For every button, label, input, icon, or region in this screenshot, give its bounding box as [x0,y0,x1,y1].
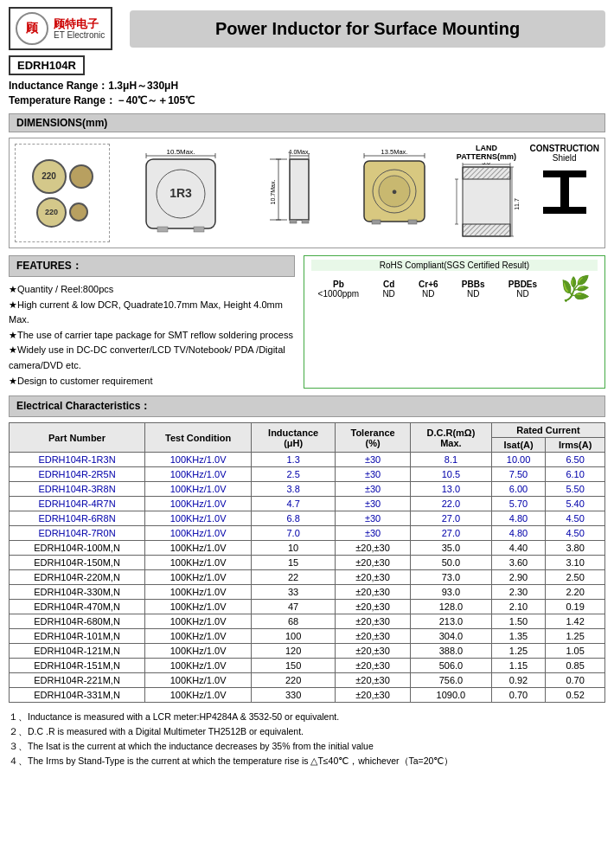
cell-irms: 0.19 [546,600,605,614]
table-row: EDRH104R-101M,N100KHz/1.0V100±20,±30304.… [10,629,605,644]
table-row: EDRH104R-470M,N100KHz/1.0V47±20,±30128.0… [10,600,605,614]
cell-dcr: 128.0 [411,600,492,614]
table-row: EDRH104R-2R5N100KHz/1.0V2.5±3010.57.506.… [10,467,605,482]
cell-isat: 2.90 [491,570,545,585]
cell-isat: 1.35 [491,629,545,644]
svg-text:3.6: 3.6 [482,163,490,165]
cell-part: EDRH104R-680M,N [10,614,145,629]
note-item: ４、The Irms by Stand-Type is the current … [9,754,605,768]
svg-rect-20 [290,220,297,223]
cell-dcr: 22.0 [411,497,492,511]
cell-irms: 3.10 [546,556,605,570]
cell-tol: ±20,±30 [336,556,411,570]
cell-irms: 1.42 [546,614,605,629]
cell-irms: 4.50 [546,526,605,541]
inductor-side-view2 [69,203,88,222]
svg-text:13.5Max.: 13.5Max. [381,149,407,156]
features-header: FEATURES： [9,255,295,277]
cell-part: EDRH104R-100M,N [10,541,145,556]
cell-ind: 47 [252,600,336,614]
cell-ind: 1.3 [252,453,336,467]
cell-dcr: 35.0 [411,541,492,556]
note-item: ３、The Isat is the current at which the i… [9,739,605,754]
cell-part: EDRH104R-101M,N [10,629,145,644]
cell-ind: 7.0 [252,526,336,541]
cell-dcr: 756.0 [411,673,492,688]
col-inductance: Inductance(μH) [252,423,336,453]
cell-tol: ±20,±30 [336,644,411,659]
cell-irms: 2.20 [546,585,605,600]
cell-ind: 330 [252,688,336,703]
notes: １、Inductance is measured with a LCR mete… [9,710,605,768]
cell-dcr: 1090.0 [411,688,492,703]
cell-isat: 1.50 [491,614,545,629]
construction-symbol-svg [539,166,591,218]
cell-irms: 6.10 [546,467,605,482]
cell-isat: 10.00 [491,453,545,467]
features-section: FEATURES： ★Quantity / Reel:800pcs★High c… [9,255,605,389]
cell-cond: 100KHz/1.0V [145,600,252,614]
cell-ind: 10 [252,541,336,556]
svg-rect-7 [157,227,168,232]
land-pattern-svg: 3.6 11.7 7.3 1.7 [454,163,519,241]
construction-symbol [529,166,599,224]
cell-dcr: 93.0 [411,585,492,600]
cell-ind: 120 [252,644,336,659]
dimensions-header: DIMENSIONS(mm) [9,113,605,132]
cell-part: EDRH104R-330M,N [10,585,145,600]
cell-tol: ±20,±30 [336,585,411,600]
cell-tol: ±30 [336,497,411,511]
cell-isat: 2.10 [491,600,545,614]
col-part-number: Part Number [10,423,145,453]
cell-dcr: 13.0 [411,482,492,497]
svg-rect-51 [543,207,586,214]
svg-rect-33 [463,167,510,179]
cell-irms: 0.85 [546,659,605,673]
cell-irms: 3.80 [546,541,605,556]
cell-part: EDRH104R-331M,N [10,688,145,703]
cell-cond: 100KHz/1.0V [145,614,252,629]
cell-tol: ±20,±30 [336,673,411,688]
cell-isat: 4.40 [491,541,545,556]
table-row: EDRH104R-3R8N100KHz/1.0V3.8±3013.06.005.… [10,482,605,497]
component-photos: 220 220 [15,144,110,242]
inductor-side-view [69,164,93,189]
cell-part: EDRH104R-2R5N [10,467,145,482]
cell-part: EDRH104R-221M,N [10,673,145,688]
cell-ind: 15 [252,556,336,570]
cell-cond: 100KHz/1.0V [145,673,252,688]
svg-rect-8 [194,227,204,232]
cell-tol: ±30 [336,467,411,482]
cell-irms: 1.25 [546,629,605,644]
features-list: ★Quantity / Reel:800pcs★High current & l… [9,282,295,389]
cell-ind: 6.8 [252,511,336,526]
logo-box: 顾 顾特电子 ET Electronic [9,7,112,50]
cell-ind: 68 [252,614,336,629]
rohs-item: CdND [382,280,394,299]
cell-tol: ±20,±30 [336,659,411,673]
rohs-item: Pb<1000ppm [318,280,360,299]
cell-isat: 0.92 [491,673,545,688]
construction-label: CONSTRUCTION [529,144,599,153]
cell-dcr: 10.5 [411,467,492,482]
dim-drawings: 10.5Max. 1R3 [118,144,451,242]
cell-part: EDRH104R-470M,N [10,600,145,614]
inductor-bottom-view: 220 [36,197,67,228]
cell-isat: 3.60 [491,556,545,570]
col-tolerance: Tolerance(%) [336,423,411,453]
cell-dcr: 388.0 [411,644,492,659]
cell-cond: 100KHz/1.0V [145,511,252,526]
rohs-leaf-icon: 🌿 [560,274,591,303]
cell-part: EDRH104R-7R0N [10,526,145,541]
svg-text:●: ● [391,186,397,196]
table-row: EDRH104R-4R7N100KHz/1.0V4.7±3022.05.705.… [10,497,605,511]
cell-ind: 150 [252,659,336,673]
construction: CONSTRUCTION Shield [529,144,599,242]
rohs-items: Pb<1000ppmCdNDCr+6NDPBBsNDPBDEsND🌿 [311,274,598,303]
cell-dcr: 27.0 [411,526,492,541]
cell-dcr: 304.0 [411,629,492,644]
angled-view-svg: 13.5Max. ● [360,149,429,235]
cell-isat: 6.00 [491,482,545,497]
note-item: １、Inductance is measured with a LCR mete… [9,710,605,724]
cell-part: EDRH104R-3R8N [10,482,145,497]
